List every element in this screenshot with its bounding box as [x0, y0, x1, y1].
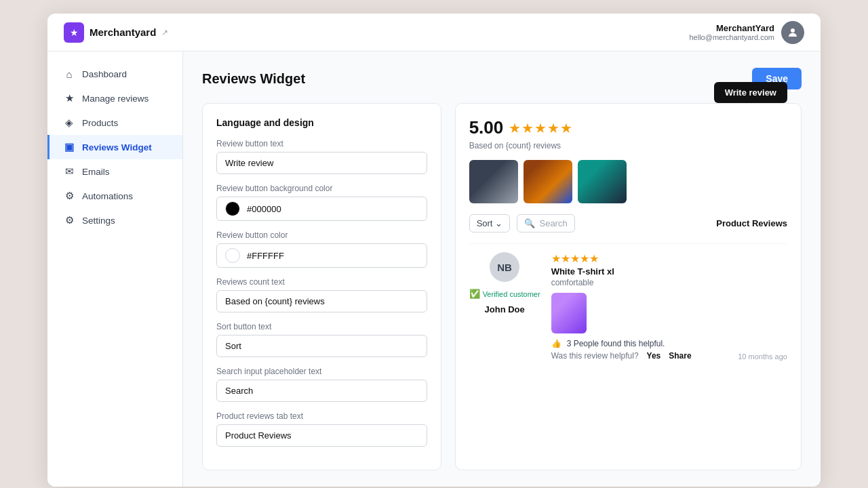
product-name: White T-shirt xl — [551, 266, 787, 277]
yes-link[interactable]: Yes — [647, 351, 661, 361]
write-review-button[interactable]: Write review — [714, 82, 787, 103]
color-value-fg: #FFFFFF — [247, 251, 284, 261]
review-time: 10 months ago — [738, 352, 787, 361]
sidebar-item-reviews-widget[interactable]: ▣ Reviews Widget — [47, 135, 182, 159]
settings-panel: Language and design Review button text R… — [202, 103, 441, 470]
header: ★ Merchantyard ↗ MerchantYard hello@merc… — [47, 14, 821, 52]
user-name: MerchantYard — [690, 23, 775, 33]
header-right: MerchantYard hello@merchantyard.com — [690, 21, 805, 44]
content-header: Reviews Widget Save — [202, 68, 802, 89]
sort-label: Sort — [477, 218, 493, 228]
color-swatch-bg — [225, 201, 240, 216]
label-review-button-text: Review button text — [216, 139, 427, 148]
sidebar-label-manage-reviews: Manage reviews — [82, 94, 149, 104]
input-review-button-text[interactable] — [216, 152, 427, 174]
external-link-icon[interactable]: ↗ — [161, 28, 168, 37]
thumbs-up-icon: 👍 — [551, 339, 561, 348]
helpful-row: 👍 3 People found this helpful. — [551, 339, 787, 348]
sidebar-item-automations[interactable]: ⚙ Automations — [47, 184, 182, 208]
color-value-bg: #000000 — [247, 204, 281, 214]
input-search-placeholder[interactable] — [216, 380, 427, 402]
user-info: MerchantYard hello@merchantyard.com — [690, 23, 775, 41]
review-stars: ★★★★★ — [551, 252, 787, 265]
color-swatch-fg — [225, 248, 240, 263]
sidebar-item-dashboard[interactable]: ⌂ Dashboard — [47, 62, 182, 86]
rating-number: 5.00 — [469, 117, 504, 138]
reviewer-left: NB ✅ Verified customer John Doe — [469, 252, 540, 361]
photo-thumbnails — [469, 160, 787, 203]
sidebar: ⌂ Dashboard ★ Manage reviews ◈ Products … — [47, 52, 183, 487]
content: Reviews Widget Save Language and design … — [183, 52, 821, 487]
user-email: hello@merchantyard.com — [690, 33, 775, 41]
app-window: ★ Merchantyard ↗ MerchantYard hello@merc… — [47, 14, 821, 487]
helpful-prompt: Was this review helpful? — [551, 351, 639, 361]
header-left: ★ Merchantyard ↗ — [64, 22, 168, 43]
sidebar-label-reviews-widget: Reviews Widget — [82, 142, 152, 152]
brand-name: Merchantyard — [90, 26, 156, 38]
helpful-actions: Was this review helpful? Yes Share 10 mo… — [551, 351, 787, 361]
input-product-reviews-tab[interactable] — [216, 424, 427, 447]
sidebar-item-emails[interactable]: ✉ Emails — [47, 159, 182, 184]
review-image — [551, 293, 587, 333]
two-col-layout: Language and design Review button text R… — [202, 103, 802, 470]
section-title: Language and design — [216, 117, 427, 128]
input-sort-button[interactable] — [216, 335, 427, 357]
search-box[interactable]: 🔍 Search — [517, 214, 574, 232]
color-picker-bg[interactable]: #000000 — [216, 197, 427, 221]
field-reviews-count: Reviews count text — [216, 277, 427, 312]
home-icon: ⌂ — [63, 68, 75, 80]
field-review-button-bg-color: Review button background color #000000 — [216, 184, 427, 221]
search-placeholder-display: Search — [539, 218, 567, 228]
stars-display: ★★★★★ — [509, 120, 573, 136]
page-title: Reviews Widget — [202, 71, 305, 87]
sidebar-label-products: Products — [82, 118, 118, 128]
share-link[interactable]: Share — [669, 351, 691, 361]
svg-point-0 — [791, 28, 795, 33]
field-product-reviews-tab: Product reviews tab text — [216, 411, 427, 447]
review-card: NB ✅ Verified customer John Doe ★★★★★ Wh… — [469, 243, 787, 369]
rating-header: 5.00 ★★★★★ — [469, 117, 787, 138]
email-icon: ✉ — [63, 165, 75, 178]
sidebar-item-products[interactable]: ◈ Products — [47, 110, 182, 135]
review-content: ★★★★★ White T-shirt xl comfortable 👍 3 P… — [551, 252, 787, 361]
field-review-button-color: Review button color #FFFFFF — [216, 230, 427, 268]
label-review-button-color: Review button color — [216, 230, 427, 240]
reviewer-avatar: NB — [490, 252, 519, 282]
verified-label: Verified customer — [483, 290, 540, 298]
products-icon: ◈ — [63, 117, 75, 129]
preview-panel: Write review 5.00 ★★★★★ Based on {count}… — [455, 103, 802, 470]
label-search-placeholder: Search input placeholder text — [216, 367, 427, 376]
sidebar-item-settings[interactable]: ⚙ Settings — [47, 208, 182, 232]
automations-icon: ⚙ — [63, 190, 75, 202]
sort-chevron-icon: ⌄ — [495, 218, 502, 228]
sidebar-label-settings: Settings — [82, 216, 115, 226]
field-review-button-text: Review button text — [216, 139, 427, 174]
field-search-placeholder: Search input placeholder text — [216, 367, 427, 402]
search-icon: 🔍 — [524, 218, 535, 228]
thumbnail-3[interactable] — [578, 160, 627, 203]
widget-icon: ▣ — [63, 141, 75, 153]
sidebar-label-emails: Emails — [82, 167, 110, 177]
product-variant: comfortable — [551, 278, 787, 287]
reviewer-name: John Doe — [485, 304, 525, 314]
sidebar-item-manage-reviews[interactable]: ★ Manage reviews — [47, 86, 182, 110]
main-layout: ⌂ Dashboard ★ Manage reviews ◈ Products … — [47, 52, 821, 487]
input-reviews-count[interactable] — [216, 290, 427, 312]
verified-icon: ✅ — [469, 289, 480, 299]
label-product-reviews-tab: Product reviews tab text — [216, 411, 427, 421]
helpful-count: 3 People found this helpful. — [567, 339, 665, 348]
label-review-button-bg-color: Review button background color — [216, 184, 427, 193]
sidebar-label-dashboard: Dashboard — [82, 69, 127, 79]
verified-badge: ✅ Verified customer — [469, 289, 540, 299]
sort-button[interactable]: Sort ⌄ — [469, 214, 511, 232]
filter-row: Sort ⌄ 🔍 Search Product Reviews — [469, 214, 787, 232]
label-sort-button: Sort button text — [216, 322, 427, 331]
field-sort-button: Sort button text — [216, 322, 427, 357]
color-picker-fg[interactable]: #FFFFFF — [216, 243, 427, 268]
thumbnail-1[interactable] — [469, 160, 518, 203]
logo-icon: ★ — [64, 22, 84, 43]
star-icon: ★ — [63, 92, 75, 104]
settings-icon: ⚙ — [63, 214, 75, 226]
thumbnail-2[interactable] — [524, 160, 572, 203]
label-reviews-count: Reviews count text — [216, 277, 427, 287]
